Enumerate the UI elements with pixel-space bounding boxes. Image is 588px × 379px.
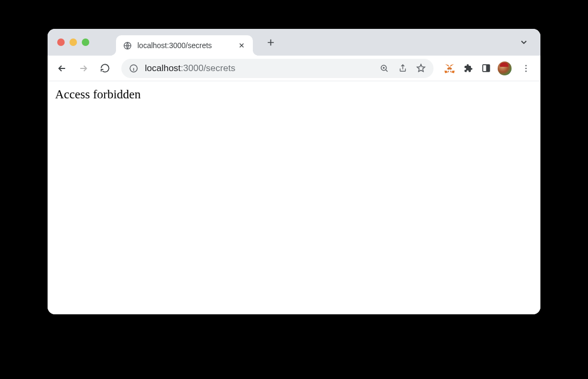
window-close-button[interactable] — [57, 38, 65, 46]
forward-button[interactable] — [74, 59, 92, 78]
window-maximize-button[interactable] — [82, 38, 89, 46]
profile-avatar[interactable] — [498, 61, 512, 75]
svg-point-7 — [525, 65, 527, 66]
url-host: localhost — [145, 63, 181, 73]
browser-menu-button[interactable] — [517, 59, 535, 78]
globe-icon — [122, 41, 132, 50]
svg-point-8 — [525, 67, 527, 69]
page-content: Access forbidden — [48, 81, 540, 314]
browser-tab[interactable]: localhost:3000/secrets — [116, 35, 253, 56]
svg-rect-6 — [486, 65, 490, 72]
tabs-overflow-button[interactable] — [517, 35, 531, 49]
metamask-extension-icon[interactable] — [443, 62, 456, 75]
extensions-area — [441, 61, 514, 75]
new-tab-button[interactable] — [262, 34, 278, 50]
url-text: localhost:3000/secrets — [145, 63, 373, 74]
zoom-icon[interactable] — [379, 63, 390, 74]
svg-point-9 — [525, 70, 527, 72]
reload-button[interactable] — [96, 59, 114, 78]
tab-strip: localhost:3000/secrets — [48, 29, 540, 56]
tab-title: localhost:3000/secrets — [137, 41, 231, 50]
bookmark-star-icon[interactable] — [415, 63, 426, 74]
url-path: :3000/secrets — [181, 63, 235, 73]
page-body-text: Access forbidden — [55, 88, 533, 102]
toolbar: localhost:3000/secrets — [48, 56, 540, 81]
window-minimize-button[interactable] — [69, 38, 77, 46]
tab-close-button[interactable] — [237, 41, 246, 50]
omnibox-actions — [379, 63, 430, 74]
extensions-puzzle-icon[interactable] — [461, 62, 474, 75]
browser-window: localhost:3000/secrets — [48, 29, 540, 314]
site-info-icon[interactable] — [129, 64, 138, 73]
side-panel-icon[interactable] — [479, 62, 492, 75]
back-button[interactable] — [53, 59, 71, 78]
traffic-lights — [57, 38, 89, 46]
share-icon[interactable] — [397, 63, 408, 74]
address-bar[interactable]: localhost:3000/secrets — [121, 59, 434, 78]
